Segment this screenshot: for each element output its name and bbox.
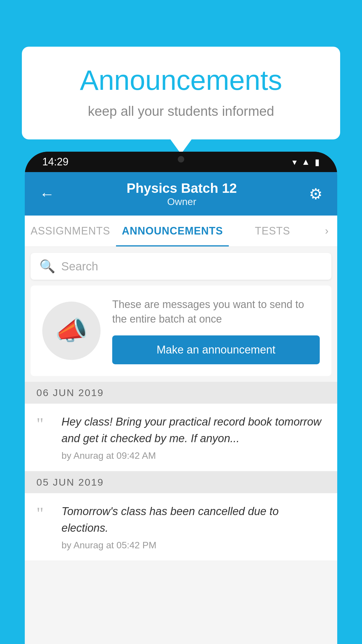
- tab-more[interactable]: ›: [316, 216, 337, 246]
- tabs-bar: ASSIGNMENTS ANNOUNCEMENTS TESTS ›: [25, 216, 337, 247]
- wifi-icon: ▾: [292, 157, 297, 167]
- make-announcement-button[interactable]: Make an announcement: [112, 335, 320, 364]
- promo-icon-circle: 📣: [42, 302, 101, 360]
- promo-right: These are messages you want to send to t…: [112, 297, 320, 364]
- phone-notch: [158, 152, 204, 168]
- announcement-text-group-1: Hey class! Bring your practical record b…: [61, 414, 326, 461]
- announcement-promo: 📣 These are messages you want to send to…: [31, 286, 331, 376]
- search-bar[interactable]: 🔍 Search: [31, 253, 331, 280]
- content-area: 🔍 Search 📣 These are messages you want t…: [25, 247, 337, 644]
- megaphone-icon: 📣: [55, 315, 88, 346]
- announcement-text-group-2: Tomorrow's class has been cancelled due …: [61, 503, 326, 551]
- announcement-meta-2: by Anurag at 05:42 PM: [61, 540, 326, 551]
- app-header: ← Physics Batch 12 Owner ⚙: [25, 172, 337, 216]
- back-button[interactable]: ←: [39, 185, 55, 203]
- phone-frame: 14:29 ▾ ▲ ▮ ← Physics Batch 12 Owner ⚙ A…: [25, 152, 337, 644]
- tab-tests[interactable]: TESTS: [229, 216, 316, 246]
- search-placeholder: Search: [61, 260, 98, 273]
- quote-icon-1: ": [36, 415, 51, 433]
- quote-icon-2: ": [36, 505, 51, 522]
- header-title-group: Physics Batch 12 Owner: [126, 180, 237, 207]
- announcement-meta-1: by Anurag at 09:42 AM: [61, 450, 326, 461]
- speech-bubble-subtitle: keep all your students informed: [45, 103, 317, 119]
- speech-bubble: Announcements keep all your students inf…: [22, 47, 340, 139]
- announcement-item-2[interactable]: " Tomorrow's class has been cancelled du…: [25, 493, 337, 561]
- app-screen: ← Physics Batch 12 Owner ⚙ ASSIGNMENTS A…: [25, 172, 337, 644]
- camera-dot: [178, 156, 184, 162]
- tab-announcements[interactable]: ANNOUNCEMENTS: [116, 216, 229, 246]
- announcement-item-1[interactable]: " Hey class! Bring your practical record…: [25, 404, 337, 471]
- battery-icon: ▮: [315, 157, 320, 167]
- announcement-text-2: Tomorrow's class has been cancelled due …: [61, 503, 326, 536]
- status-bar: 14:29 ▾ ▲ ▮: [25, 152, 337, 172]
- signal-icon: ▲: [301, 157, 310, 167]
- status-icons: ▾ ▲ ▮: [292, 157, 320, 167]
- settings-icon[interactable]: ⚙: [309, 185, 323, 203]
- announcement-text-1: Hey class! Bring your practical record b…: [61, 414, 326, 447]
- speech-bubble-title: Announcements: [45, 64, 317, 96]
- status-time: 14:29: [42, 156, 68, 168]
- header-subtitle: Owner: [126, 196, 237, 207]
- promo-description: These are messages you want to send to t…: [112, 297, 320, 327]
- search-icon: 🔍: [39, 259, 55, 274]
- tab-assignments[interactable]: ASSIGNMENTS: [25, 216, 116, 246]
- header-title: Physics Batch 12: [126, 180, 237, 196]
- date-separator-2: 05 JUN 2019: [25, 471, 337, 493]
- speech-bubble-container: Announcements keep all your students inf…: [22, 47, 340, 139]
- date-separator-1: 06 JUN 2019: [25, 382, 337, 404]
